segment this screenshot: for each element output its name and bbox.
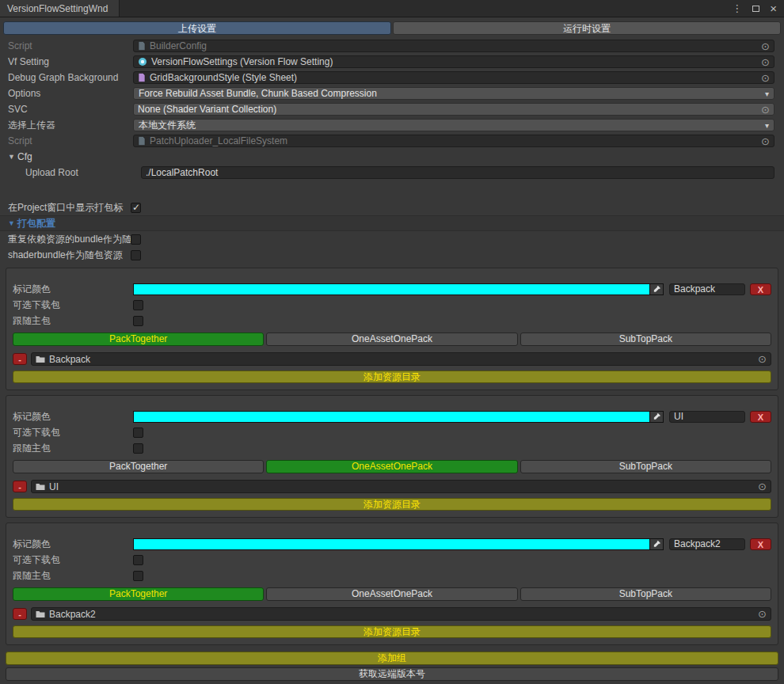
color-label: 标记颜色 [13, 410, 133, 424]
script1-label: Script [8, 40, 133, 51]
chevron-down-icon: ▾ [765, 89, 769, 98]
delete-group-button[interactable]: X [750, 538, 771, 550]
mode-sub-top-pack[interactable]: SubTopPack [520, 332, 771, 346]
optional-download-checkbox[interactable] [133, 555, 143, 565]
follow-main-checkbox[interactable] [133, 571, 143, 581]
object-picker-icon[interactable]: ⊙ [761, 104, 770, 115]
options-dropdown[interactable]: Force Rebuild Asset Bundle, Chunk Based … [133, 87, 774, 100]
script1-value: BuilderConfig [150, 40, 757, 51]
foldout-triangle-icon[interactable]: ▼ [8, 153, 17, 161]
object-picker-icon[interactable]: ⊙ [758, 354, 767, 364]
group-name-input[interactable] [669, 411, 745, 423]
mode-pack-together[interactable]: PackTogether [13, 587, 264, 601]
pack-group-box: 标记颜色 X 可选下载包 跟随主包 PackTogether OneAssetO… [6, 522, 778, 645]
add-asset-dir-button[interactable]: 添加资源目录 [13, 370, 771, 383]
asset-dir-object-field[interactable]: Backpack ⊙ [31, 352, 771, 366]
tab-runtime-settings[interactable]: 运行时设置 [393, 21, 781, 35]
color-row: 标记颜色 X [11, 536, 773, 552]
pack-config-section-header[interactable]: ▼ 打包配置 [0, 215, 784, 231]
mode-pack-together[interactable]: PackTogether [13, 460, 264, 473]
delete-group-button[interactable]: X [750, 283, 771, 295]
window-title: VersionFlowSettingWnd [7, 3, 108, 14]
shader-bundle-label: shaderbundle作为随包资源 [8, 249, 131, 262]
add-group-button[interactable]: 添加组 [6, 652, 778, 665]
asset-dir-value: Backpack2 [49, 609, 754, 620]
follow-main-checkbox[interactable] [133, 316, 143, 326]
fetch-remote-version-button[interactable]: 获取远端版本号 [6, 667, 778, 681]
mode-pack-together[interactable]: PackTogether [13, 332, 264, 346]
script2-value: PatchUploader_LocalFileSystem [150, 135, 757, 146]
script2-object-field[interactable]: PatchUploader_LocalFileSystem ⊙ [133, 135, 774, 147]
script-file-icon [138, 136, 146, 146]
color-row: 标记颜色 X [11, 281, 773, 297]
object-picker-icon[interactable]: ⊙ [761, 136, 770, 146]
group-color-field[interactable] [133, 411, 664, 423]
asset-dir-entry: - UI ⊙ [13, 480, 771, 493]
mode-sub-top-pack[interactable]: SubTopPack [520, 587, 771, 601]
script2-row: Script PatchUploader_LocalFileSystem ⊙ [0, 133, 784, 149]
eyedropper-icon[interactable] [649, 539, 663, 549]
add-asset-dir-button[interactable]: 添加资源目录 [13, 625, 771, 638]
upload-root-field-wrap [141, 166, 774, 179]
follow-row: 跟随主包 [11, 313, 773, 329]
cfg-foldout-label[interactable]: Cfg [17, 151, 32, 162]
window-tab[interactable]: VersionFlowSettingWnd [0, 0, 120, 17]
remove-entry-button[interactable]: - [13, 353, 27, 365]
dup-bundle-label: 重复依赖资源的bundle作为随 [8, 233, 131, 246]
settings-tab-bar: 上传设置 运行时设置 [0, 17, 784, 38]
window-maximize-icon[interactable] [752, 6, 759, 12]
group-color-field[interactable] [133, 283, 664, 295]
group-color-field[interactable] [133, 538, 664, 550]
script-file-icon [138, 41, 146, 51]
window-controls: ⋮ × [732, 0, 784, 17]
svc-object-field[interactable]: None (Shader Variant Collection) ⊙ [133, 103, 774, 116]
show-in-project-label: 在Project窗口中显示打包标 [8, 201, 131, 215]
window-menu-icon[interactable]: ⋮ [732, 3, 742, 13]
optional-download-checkbox[interactable] [133, 300, 143, 310]
follow-main-checkbox[interactable] [133, 443, 143, 454]
pack-group-box: 标记颜色 X 可选下载包 跟随主包 PackTogether OneAssetO… [6, 268, 778, 390]
object-picker-icon[interactable]: ⊙ [758, 481, 767, 492]
remove-entry-button[interactable]: - [13, 481, 27, 492]
asset-dir-entry: - Backpack2 ⊙ [13, 607, 771, 621]
mode-sub-top-pack[interactable]: SubTopPack [520, 460, 771, 473]
window-close-icon[interactable]: × [770, 2, 777, 14]
optional-download-checkbox[interactable] [133, 428, 143, 438]
script1-object-field[interactable]: BuilderConfig ⊙ [133, 40, 774, 52]
svc-label: SVC [8, 104, 133, 115]
pack-mode-toggle-group: PackTogether OneAssetOnePack SubTopPack [13, 332, 771, 346]
eyedropper-icon[interactable] [649, 412, 663, 422]
delete-group-button[interactable]: X [750, 411, 771, 423]
tab-upload-settings[interactable]: 上传设置 [3, 21, 391, 35]
object-picker-icon[interactable]: ⊙ [761, 73, 770, 83]
add-asset-dir-button[interactable]: 添加资源目录 [13, 498, 771, 511]
object-picker-icon[interactable]: ⊙ [761, 41, 770, 51]
mode-one-asset-one-pack[interactable]: OneAssetOnePack [266, 587, 517, 601]
pack-mode-toggle-group: PackTogether OneAssetOnePack SubTopPack [13, 587, 771, 601]
vf-setting-object-field[interactable]: VersionFlowSettings (Version Flow Settin… [133, 55, 774, 68]
pack-mode-toggle-group: PackTogether OneAssetOnePack SubTopPack [13, 460, 771, 473]
debug-graph-label: Debug Graph Background [8, 72, 133, 83]
dup-bundle-checkbox[interactable] [131, 234, 141, 245]
mode-one-asset-one-pack[interactable]: OneAssetOnePack [266, 332, 517, 346]
debug-graph-object-field[interactable]: GridBackgroundStyle (Style Sheet) ⊙ [133, 71, 774, 84]
uploader-dropdown[interactable]: 本地文件系统 ▾ [133, 119, 774, 131]
remove-entry-button[interactable]: - [13, 608, 27, 620]
group-name-input[interactable] [669, 283, 745, 295]
object-picker-icon[interactable]: ⊙ [758, 609, 767, 619]
show-in-project-checkbox[interactable] [131, 203, 141, 213]
shader-bundle-checkbox[interactable] [131, 250, 141, 260]
color-label: 标记颜色 [13, 538, 133, 551]
optional-row: 可选下载包 [11, 552, 773, 568]
eyedropper-icon[interactable] [649, 284, 663, 294]
foldout-triangle-icon[interactable]: ▼ [8, 219, 17, 227]
follow-row: 跟随主包 [11, 440, 773, 456]
asset-dir-object-field[interactable]: UI ⊙ [31, 480, 771, 493]
uploader-value: 本地文件系统 [139, 119, 760, 132]
object-picker-icon[interactable]: ⊙ [761, 57, 770, 67]
group-name-input[interactable] [669, 538, 745, 550]
optional-label: 可选下载包 [13, 426, 133, 439]
mode-one-asset-one-pack[interactable]: OneAssetOnePack [266, 460, 517, 473]
upload-root-input[interactable] [141, 166, 774, 179]
asset-dir-object-field[interactable]: Backpack2 ⊙ [31, 607, 771, 621]
